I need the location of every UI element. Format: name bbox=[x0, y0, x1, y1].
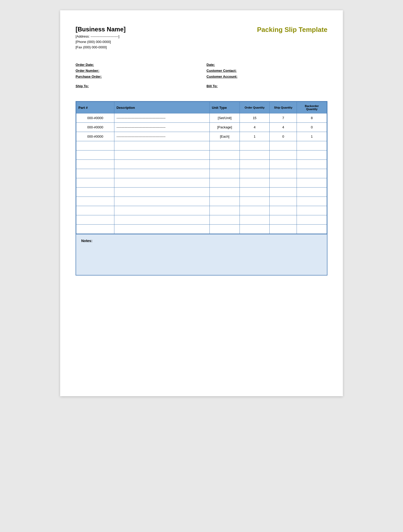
table-cell-col-bqty bbox=[297, 160, 327, 169]
table-cell-col-oqty bbox=[240, 215, 270, 225]
table-cell-col-oqty bbox=[240, 206, 270, 215]
table-cell-col-oqty bbox=[240, 160, 270, 169]
table-cell-col-unit: [Set/Unit] bbox=[210, 113, 240, 123]
notes-section: Notes: bbox=[76, 234, 327, 276]
purchase-order-label: Purchase Order: bbox=[76, 75, 102, 78]
table-cell-col-unit bbox=[210, 169, 240, 178]
table-cell-col-bqty bbox=[297, 169, 327, 178]
table-cell-col-sqty bbox=[270, 141, 297, 150]
fields-left: Order Date: Order Number: Purchase Order… bbox=[76, 63, 196, 88]
customer-contact-label: Customer Contact: bbox=[207, 69, 237, 73]
customer-account-row: Customer Account: bbox=[207, 75, 327, 78]
table-cell-col-unit: [Each] bbox=[210, 132, 240, 141]
table-cell-col-desc: ----------------------------------------… bbox=[114, 113, 210, 123]
table-row bbox=[76, 160, 327, 169]
table-cell-col-unit bbox=[210, 178, 240, 188]
bill-to-block: Bill To: bbox=[207, 84, 265, 88]
table-cell-col-sqty bbox=[270, 160, 297, 169]
ship-to-label: Ship To: bbox=[76, 84, 89, 88]
table-cell-col-sqty: 0 bbox=[270, 132, 297, 141]
table-cell-col-desc bbox=[114, 215, 210, 225]
col-header-unit: Unit Type bbox=[210, 102, 240, 113]
table-cell-col-desc: ----------------------------------------… bbox=[114, 123, 210, 132]
table-row bbox=[76, 178, 327, 188]
table-cell-col-unit bbox=[210, 225, 240, 234]
table-cell-col-desc bbox=[114, 206, 210, 215]
ship-to-block: Ship To: bbox=[76, 84, 134, 88]
table-wrapper: Part # Description Unit Type Order Quant… bbox=[76, 101, 327, 234]
fax: [Fax (000) 000-0000] bbox=[76, 45, 126, 50]
bill-to-label: Bill To: bbox=[207, 84, 218, 88]
business-info: [Business Name] [Address: --------------… bbox=[76, 26, 126, 50]
table-row bbox=[76, 141, 327, 150]
notes-label: Notes: bbox=[81, 239, 93, 243]
table-cell-col-unit bbox=[210, 197, 240, 206]
col-header-oqty: Order Quantity bbox=[240, 102, 270, 113]
table-row: 000-#0000-------------------------------… bbox=[76, 132, 327, 141]
table-cell-col-desc bbox=[114, 160, 210, 169]
table-row bbox=[76, 197, 327, 206]
table-cell-col-desc bbox=[114, 225, 210, 234]
table-row bbox=[76, 188, 327, 197]
table-header: Part # Description Unit Type Order Quant… bbox=[76, 102, 327, 113]
table-cell-col-sqty: 7 bbox=[270, 113, 297, 123]
table-cell-col-desc bbox=[114, 141, 210, 150]
col-header-desc: Description bbox=[114, 102, 210, 113]
col-header-sqty: Ship Quantity bbox=[270, 102, 297, 113]
table-cell-col-oqty bbox=[240, 150, 270, 160]
table-cell-col-oqty bbox=[240, 169, 270, 178]
order-date-row: Order Date: bbox=[76, 63, 196, 67]
table-cell-col-sqty bbox=[270, 206, 297, 215]
table-cell-col-part bbox=[76, 225, 114, 234]
table-cell-col-part bbox=[76, 178, 114, 188]
fields-right: Date: Customer Contact: Customer Account… bbox=[207, 63, 327, 88]
table-cell-col-bqty bbox=[297, 206, 327, 215]
table-cell-col-part: 000-#0000 bbox=[76, 113, 114, 123]
table-cell-col-desc bbox=[114, 197, 210, 206]
table-cell-col-part bbox=[76, 160, 114, 169]
bill-to-section: Bill To: bbox=[207, 84, 327, 88]
table-cell-col-bqty bbox=[297, 178, 327, 188]
table-cell-col-part: 000-#0000 bbox=[76, 132, 114, 141]
table-cell-col-sqty bbox=[270, 150, 297, 160]
business-name: [Business Name] bbox=[76, 26, 126, 33]
table-cell-col-desc bbox=[114, 188, 210, 197]
address: [Address: -------------------------] bbox=[76, 34, 126, 39]
table-row bbox=[76, 206, 327, 215]
table-row: 000-#0000-------------------------------… bbox=[76, 113, 327, 123]
table-cell-col-bqty: 1 bbox=[297, 132, 327, 141]
col-header-bqty: Backorder Quantity bbox=[297, 102, 327, 113]
table-cell-col-sqty bbox=[270, 169, 297, 178]
customer-account-label: Customer Account: bbox=[207, 75, 237, 78]
table-cell-col-unit bbox=[210, 160, 240, 169]
table-cell-col-unit bbox=[210, 141, 240, 150]
table-cell-col-sqty: 4 bbox=[270, 123, 297, 132]
order-number-row: Order Number: bbox=[76, 69, 196, 73]
table-cell-col-oqty bbox=[240, 188, 270, 197]
header: [Business Name] [Address: --------------… bbox=[76, 26, 327, 50]
table-cell-col-bqty: 8 bbox=[297, 113, 327, 123]
table-cell-col-bqty bbox=[297, 150, 327, 160]
table-cell-col-unit bbox=[210, 215, 240, 225]
table-row bbox=[76, 215, 327, 225]
table-body: 000-#0000-------------------------------… bbox=[76, 113, 327, 234]
table-cell-col-unit bbox=[210, 206, 240, 215]
table-cell-col-bqty bbox=[297, 197, 327, 206]
date-row: Date: bbox=[207, 63, 327, 67]
table-cell-col-bqty bbox=[297, 188, 327, 197]
table-cell-col-desc bbox=[114, 178, 210, 188]
table-cell-col-desc bbox=[114, 169, 210, 178]
table-cell-col-part bbox=[76, 150, 114, 160]
fields-section: Order Date: Order Number: Purchase Order… bbox=[76, 63, 327, 88]
table-cell-col-oqty bbox=[240, 178, 270, 188]
table-cell-col-part bbox=[76, 141, 114, 150]
table-cell-col-sqty bbox=[270, 178, 297, 188]
packing-table: Part # Description Unit Type Order Quant… bbox=[76, 102, 327, 234]
header-row: Part # Description Unit Type Order Quant… bbox=[76, 102, 327, 113]
col-header-part: Part # bbox=[76, 102, 114, 113]
table-cell-col-oqty: 1 bbox=[240, 132, 270, 141]
table-cell-col-oqty: 4 bbox=[240, 123, 270, 132]
table-cell-col-sqty bbox=[270, 225, 297, 234]
table-row: 000-#0000-------------------------------… bbox=[76, 123, 327, 132]
table-cell-col-part bbox=[76, 169, 114, 178]
